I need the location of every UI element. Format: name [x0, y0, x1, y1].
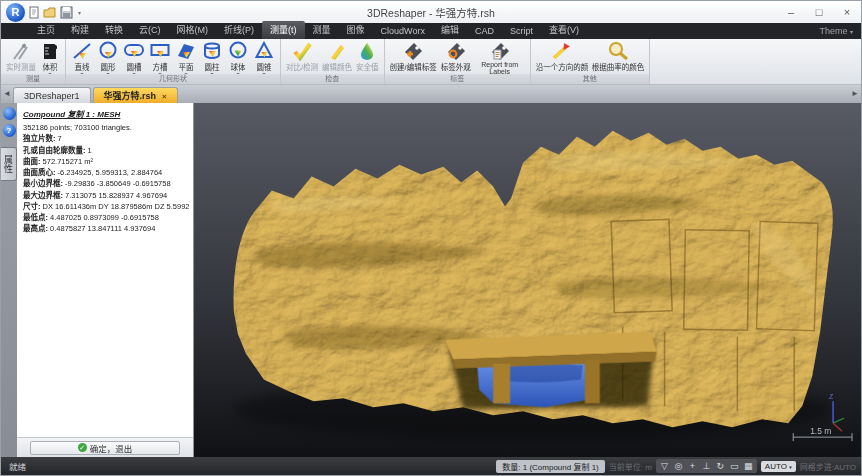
cylinder-button[interactable]: 圆柱▼	[199, 41, 225, 77]
viewport-3d[interactable]: Z 1.5 m	[194, 103, 861, 457]
mesh-stat-shells: 独立片数: 7	[23, 133, 189, 144]
direction-arrow-icon	[549, 41, 575, 61]
grid-icon[interactable]: ▦	[742, 459, 755, 473]
new-document-icon[interactable]	[28, 6, 40, 19]
line-button[interactable]: 直线▼	[69, 41, 95, 77]
mesh-stat-surface: 曲面: 572.715271 m²	[23, 156, 189, 167]
ribbon-group-inspect: 对比/检测 编辑颜色 安全值 检查	[281, 39, 385, 84]
axis-icon[interactable]: ⊥	[700, 459, 713, 473]
window-controls: – □ ×	[777, 1, 861, 23]
pan-icon[interactable]: +	[686, 459, 699, 473]
tab-transform[interactable]: 转换	[97, 21, 131, 39]
ribbon-group-measure: 实时测量 体积 ▼ 测量	[1, 39, 66, 84]
status-bar: 就绪 数量: 1 (Compound 复制 1) 当前单位: m ▽ ◎ + ⊥…	[1, 457, 861, 475]
tab-view[interactable]: 查看(V)	[541, 21, 587, 39]
select-rect-icon[interactable]: ▭	[728, 459, 741, 473]
maximize-button[interactable]: □	[805, 1, 833, 23]
minimize-button[interactable]: –	[777, 1, 805, 23]
chevron-down-icon: ▾	[850, 29, 853, 35]
slot-button[interactable]: 圆槽▼	[121, 41, 147, 77]
tab-cad[interactable]: CAD	[467, 24, 502, 39]
doc-tabs-scroll-right-icon[interactable]: ►	[849, 85, 861, 103]
report-from-labels-button[interactable]: Report from Labels	[473, 41, 527, 76]
edit-colors-button[interactable]: 编辑颜色	[320, 41, 354, 72]
tab-cloud[interactable]: 云(C)	[131, 21, 169, 39]
selection-count-badge: 数量: 1 (Compound 复制 1)	[496, 460, 604, 473]
mesh-stat-size: 尺寸: DX 16.611436m DY 18.879586m DZ 5.599…	[23, 201, 189, 212]
status-ready: 就绪	[9, 460, 26, 472]
mesh-stat-holes: 孔或自由轮廓数量: 1	[23, 145, 189, 156]
scene-icon[interactable]	[3, 107, 16, 120]
tab-measure-active[interactable]: 测量(t)	[262, 21, 305, 39]
safety-value-button[interactable]: 安全值	[354, 41, 381, 72]
sphere-button[interactable]: 球体▼	[225, 41, 251, 77]
tab-edit[interactable]: 编辑	[433, 21, 467, 39]
ok-check-icon: ✓	[78, 443, 87, 452]
ribbon-group-geometry: 直线▼ 圆形▼ 圆槽▼ 方槽▼ 平面▼ 圆柱▼	[66, 39, 281, 84]
close-tab-icon[interactable]: ×	[162, 92, 167, 101]
tab-mesh[interactable]: 网格(M)	[169, 21, 217, 39]
filter-icon[interactable]: ▽	[658, 459, 671, 473]
create-edit-label-button[interactable]: 创建/编辑标签	[388, 41, 439, 72]
tab-measure2[interactable]: 测量	[305, 21, 339, 39]
title-bar: R ▾ 3DReshaper - 华强方特.rsh – □ ×	[1, 1, 861, 23]
cone-button[interactable]: 圆锥▼	[251, 41, 277, 77]
side-icon-strip: ? 属性	[1, 103, 17, 457]
chevron-down-icon: ▾	[789, 464, 792, 470]
zoom-icon[interactable]: ◎	[672, 459, 685, 473]
confirm-exit-button[interactable]: ✓ 确定，退出	[30, 441, 180, 455]
compare-inspect-button[interactable]: 对比/检测	[284, 41, 320, 72]
tag-report-icon	[489, 41, 511, 61]
tab-home[interactable]: 主页	[29, 21, 63, 39]
plane-button[interactable]: 平面▼	[173, 41, 199, 77]
doc-tabs-scroll-left-icon[interactable]: ◄	[1, 85, 13, 103]
properties-vertical-tab[interactable]: 属性	[1, 147, 17, 181]
platform-leg	[493, 364, 510, 404]
help-icon[interactable]: ?	[3, 124, 16, 137]
app-logo-icon[interactable]: R	[6, 3, 25, 22]
caliper-icon	[10, 41, 32, 61]
panel-footer: ✓ 确定，退出	[17, 437, 193, 457]
group-label-inspect: 检查	[281, 74, 384, 84]
tab-polyline[interactable]: 折线(P)	[216, 21, 262, 39]
status-icon-cluster: ▽ ◎ + ⊥ ↻ ▭ ▦	[656, 459, 757, 473]
mesh-stat-points: 352186 points; 703100 triangles.	[23, 122, 189, 133]
ribbon-tab-bar: 主页 构建 转换 云(C) 网格(M) 折线(P) 测量(t) 测量 图像 Cl…	[1, 23, 861, 39]
qat-caret-icon[interactable]: ▾	[78, 9, 81, 16]
mesh-stat-centroid: 曲面质心: -6.234925, 5.959313, 2.884764	[23, 167, 189, 178]
color-along-direction-button[interactable]: 沿一个方向的颜色	[534, 41, 590, 72]
ribbon-group-labels: 创建/编辑标签 标签外观 Report from Labels 标签	[385, 39, 531, 84]
ribbon: 实时测量 体积 ▼ 测量 直线▼ 圆形▼ 圆槽▼	[1, 39, 861, 85]
rect-slot-button[interactable]: 方槽▼	[147, 41, 173, 77]
close-button[interactable]: ×	[833, 1, 861, 23]
sphere-icon	[227, 41, 249, 61]
tag-gear-icon	[445, 41, 467, 61]
open-folder-icon[interactable]	[43, 6, 57, 19]
save-icon[interactable]	[60, 6, 73, 19]
auto-dropdown[interactable]: AUTO ▾	[761, 461, 796, 472]
properties-panel: Compound 复制 1 : MESH 352186 points; 7031…	[17, 103, 194, 457]
tab-construct[interactable]: 构建	[63, 21, 97, 39]
label-appearance-button[interactable]: 标签外观	[439, 41, 473, 72]
scale-label: 1.5 m	[810, 426, 831, 436]
cone-icon	[253, 41, 275, 61]
volume-button[interactable]: 体积 ▼	[38, 41, 62, 77]
rotate-icon[interactable]: ↻	[714, 459, 727, 473]
axis-z-label: Z	[829, 393, 834, 400]
plane-icon	[175, 41, 197, 61]
live-measure-button[interactable]: 实时测量	[4, 41, 38, 72]
tab-script[interactable]: Script	[502, 24, 541, 39]
tab-cloudworx[interactable]: CloudWorx	[373, 24, 433, 39]
beaker-icon	[41, 41, 59, 61]
magnifier-icon	[606, 41, 630, 61]
mesh-stat-lowest: 最低点: 4.487025 0.8973099 -0.6915758	[23, 212, 189, 223]
tab-image[interactable]: 图像	[339, 21, 373, 39]
group-label-labels: 标签	[385, 74, 530, 84]
group-label-measure: 测量	[1, 74, 65, 84]
circle-button[interactable]: 圆形▼	[95, 41, 121, 77]
theme-selector[interactable]: Theme ▾	[819, 26, 853, 39]
doc-tab-huaqiang[interactable]: 华强方特.rsh×	[93, 87, 178, 103]
color-by-curvature-button[interactable]: 根据曲率的颜色	[590, 41, 646, 72]
cylinder-icon	[201, 41, 223, 61]
doc-tab-3dreshaper1[interactable]: 3DReshaper1	[13, 87, 91, 103]
